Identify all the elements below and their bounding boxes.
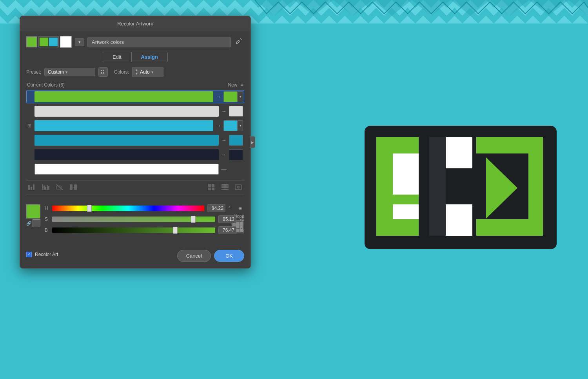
svg-rect-40 [28,185,30,190]
colors-up[interactable]: ▲▼ [135,69,138,76]
color-bar-3[interactable] [34,120,213,131]
svg-point-63 [238,187,239,188]
bar-chart-icon-2[interactable] [40,182,51,193]
swatch-blue[interactable] [49,38,58,46]
bar-chart-icon-1[interactable] [26,182,37,193]
new-swatch-3[interactable] [223,120,238,131]
no-recolor-icon[interactable] [54,182,65,193]
bottom-row: ✓ Recolor Art Cancel OK [26,245,244,262]
swatch-green-2[interactable] [40,38,48,46]
linked-icon: 🔗 [26,221,32,226]
dialog-titlebar: Recolor Artwork [20,16,250,31]
new-swatch-arrow-3[interactable]: ▾ [238,120,243,131]
colors-value: Auto [140,69,150,75]
color-bar-1[interactable] [34,91,213,102]
recolor-artwork-dialog: Recolor Artwork ▾ Artwork colors [20,16,251,269]
grid-options-icon [100,69,106,75]
secondary-color-box[interactable] [33,219,40,227]
grid-view-icon[interactable] [207,182,217,193]
top-row: ▾ Artwork colors [26,36,244,48]
current-color-bar-5 [34,149,219,160]
new-swatch-5[interactable] [229,149,243,160]
new-swatch-2[interactable] [229,106,243,117]
tab-assign[interactable]: Assign [131,52,168,62]
b-value-input[interactable] [218,226,236,234]
colors-select[interactable]: ▲▼ Auto ▾ [132,67,163,77]
svg-rect-54 [212,184,214,187]
bar-chart-svg-2 [42,184,50,191]
h-slider[interactable] [52,206,204,211]
s-thumb[interactable] [191,216,196,223]
s-value-input[interactable] [218,215,236,223]
new-swatch-arrow-1[interactable]: ▾ [238,91,243,102]
bar-chart-svg-1 [27,184,36,191]
color-bar-2[interactable] [34,106,219,117]
h-thumb[interactable] [87,205,92,212]
no-new-color-6 [229,164,243,175]
svg-line-33 [240,38,242,40]
current-color-bar-2 [34,106,219,117]
color-row-4[interactable]: → [26,134,244,147]
new-swatch-1[interactable] [223,91,238,102]
recolor-art-row: ✓ Recolor Art [26,252,58,257]
h-menu-button[interactable]: ≡ [236,204,244,212]
preset-select[interactable]: Custom ▾ [44,68,95,76]
svg-rect-38 [101,72,102,74]
color-preview-group: 🔗 [26,204,40,227]
svg-rect-46 [47,185,48,190]
b-thumb[interactable] [173,227,178,234]
color-row-6[interactable]: — [26,162,244,176]
color-row-2[interactable]: → [26,105,244,118]
expand-handle[interactable]: ▶ [250,136,255,148]
ok-button[interactable]: OK [214,250,244,262]
color-row-5[interactable]: → [26,148,244,161]
h-row: H ° ≡ [44,204,244,212]
checkbox-check: ✓ [27,252,31,256]
new-color-3: ▾ [223,120,243,131]
colors-chevron: ▾ [151,70,154,75]
svg-rect-53 [208,184,211,187]
preview-icon[interactable] [233,182,244,193]
colors-label: Colors: [114,69,129,75]
row-handle-3[interactable]: ⊞ [27,123,32,128]
svg-marker-0 [255,0,588,16]
h-value-input[interactable] [207,204,225,212]
menu-icon[interactable]: ≡ [240,82,243,88]
s-row: S % [44,215,244,223]
color-row-3[interactable]: ⊞ → ▾ [26,119,244,132]
swatches-dropdown[interactable]: ▾ [75,38,84,46]
recolor-art-checkbox[interactable]: ✓ [26,252,32,257]
preset-chevron: ▾ [65,70,68,75]
color-bar-4[interactable] [34,135,219,146]
current-color-bar-3 [34,120,213,131]
table-view-svg [221,184,229,191]
cancel-button[interactable]: Cancel [177,250,211,262]
color-preview-box[interactable] [26,204,40,218]
colors-table-header: Current Colors (6) New ≡ [26,82,244,88]
new-swatch-4[interactable] [229,135,243,146]
artwork-colors-dropdown[interactable]: Artwork colors [87,37,231,47]
color-row-1[interactable]: → ▾ [26,90,244,103]
b-slider[interactable] [52,227,215,233]
tab-edit[interactable]: Edit [103,52,131,62]
tab-row: Edit Assign [26,52,244,62]
svg-rect-42 [33,184,34,190]
color-linked-group: 🔗 [26,219,40,227]
new-color-5 [229,149,243,160]
swatch-white[interactable] [60,36,72,48]
svg-rect-44 [44,186,45,190]
arrow-3: → [216,123,221,129]
current-color-bar-6 [34,164,219,175]
svg-rect-45 [45,187,46,190]
svg-rect-30 [528,153,543,219]
s-slider[interactable] [52,217,215,222]
eyedropper-button[interactable] [234,36,244,48]
swatch-green-single[interactable] [26,36,37,47]
artwork-colors-label: Artwork colors [92,39,124,45]
dialog-body: ▾ Artwork colors Edit Assign Preset: [20,31,250,268]
color-bar-5[interactable] [34,149,219,160]
merge-icon[interactable]: ↔ [68,182,79,193]
grid-options-button[interactable] [98,67,108,77]
table-view-icon[interactable] [220,182,230,193]
color-bar-6[interactable] [34,164,219,175]
